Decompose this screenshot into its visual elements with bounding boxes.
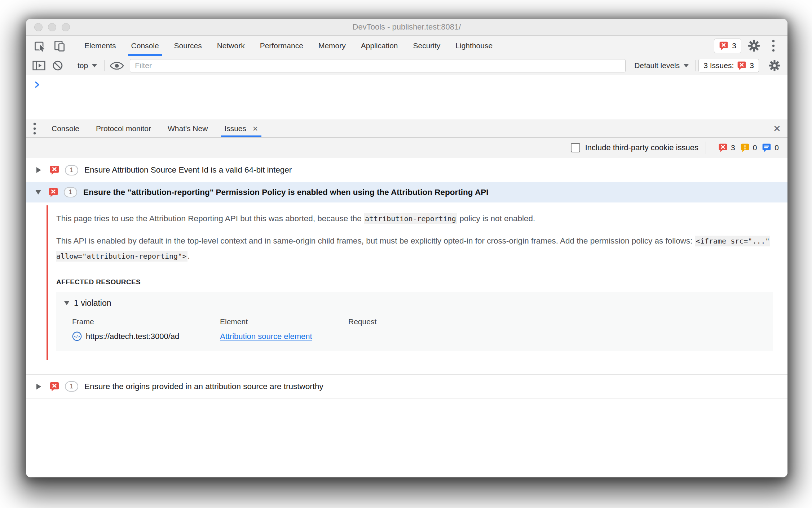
include-third-party-label[interactable]: Include third-party cookie issues: [585, 143, 698, 152]
issues-count-value: 3: [750, 61, 754, 70]
window-title: DevTools - publisher.test:8081/: [26, 22, 787, 32]
context-selector[interactable]: top: [73, 61, 101, 70]
tab-sources[interactable]: Sources: [167, 36, 209, 56]
issues-count-button[interactable]: 3 Issues: 3: [698, 59, 759, 72]
error-icon: [718, 143, 728, 152]
tab-performance[interactable]: Performance: [252, 36, 311, 56]
device-toolbar-icon: [53, 39, 66, 52]
live-expression-button[interactable]: [107, 56, 126, 75]
element-cell: Attribution source element: [220, 332, 348, 341]
warning-icon: [740, 143, 750, 152]
issue-title: Ensure Attribution Source Event Id is a …: [84, 165, 292, 175]
clear-console-button[interactable]: [48, 56, 67, 75]
tab-elements[interactable]: Elements: [77, 36, 124, 56]
error-icon: [719, 41, 728, 50]
violations-label: 1 violation: [74, 298, 111, 308]
violation-row: </> https://adtech.test:3000/ad Attribut…: [64, 331, 766, 341]
error-count-button[interactable]: 3: [714, 39, 741, 53]
inspect-icon: [34, 39, 47, 52]
warning-count-value: 0: [753, 143, 757, 152]
drawer-menu-button[interactable]: [26, 120, 43, 137]
collapse-arrow-icon: [64, 301, 69, 305]
main-menu-button[interactable]: [764, 36, 783, 56]
issue-title: Ensure the "attribution-reporting" Permi…: [83, 188, 489, 197]
affected-resources-heading: AFFECTED RESOURCES: [56, 278, 773, 286]
device-toolbar-button[interactable]: [50, 36, 69, 56]
issues-toolbar: Include third-party cookie issues 3 0: [26, 138, 787, 158]
issue-row[interactable]: 1 Ensure the origins provided in an attr…: [26, 375, 787, 398]
issues-error-count: 3: [718, 143, 735, 152]
issue-count-badge: 1: [65, 165, 78, 175]
issue-count-badge: 1: [65, 381, 78, 392]
tab-application[interactable]: Application: [353, 36, 406, 56]
issue-count-badge: 1: [64, 187, 77, 197]
console-prompt-icon: [35, 81, 40, 88]
affected-resources-box: 1 violation Frame Element Request </>: [56, 292, 773, 351]
error-count-value: 3: [731, 143, 735, 152]
column-header-frame: Frame: [72, 317, 220, 326]
svg-text:</>: </>: [74, 334, 80, 338]
settings-button[interactable]: [744, 36, 764, 56]
close-issues-tab-icon[interactable]: ✕: [252, 125, 258, 133]
description-text: This page tries to use the Attribution R…: [56, 214, 364, 223]
chevron-down-icon: [92, 64, 97, 67]
tab-memory[interactable]: Memory: [311, 36, 353, 56]
tab-security[interactable]: Security: [405, 36, 448, 56]
console-toolbar: top Default levels 3 Issues: 3: [26, 56, 787, 75]
close-icon: ✕: [773, 123, 781, 134]
element-link[interactable]: Attribution source element: [220, 332, 312, 341]
main-tabbar: Elements Console Sources Network Perform…: [26, 36, 787, 56]
expand-arrow-icon: [36, 384, 41, 389]
error-icon: [49, 382, 59, 392]
include-third-party-checkbox[interactable]: [571, 143, 580, 152]
expand-arrow-icon: [36, 167, 41, 173]
divider: [706, 142, 706, 154]
tabbar-spacer: [500, 36, 714, 56]
issue-row[interactable]: 1 Ensure the "attribution-reporting" Per…: [26, 182, 787, 202]
tab-lighthouse[interactable]: Lighthouse: [448, 36, 500, 56]
console-messages[interactable]: [26, 75, 787, 120]
issue-title: Ensure the origins provided in an attrib…: [84, 382, 323, 391]
frame-icon: </>: [72, 331, 82, 341]
issues-warning-count: 0: [740, 143, 757, 152]
dots-vertical-icon: [772, 40, 775, 52]
divider: [762, 60, 762, 71]
tab-console[interactable]: Console: [124, 36, 167, 56]
violations-toggle[interactable]: 1 violation: [64, 298, 766, 308]
console-settings-button[interactable]: [765, 56, 784, 75]
violations-table-header: Frame Element Request: [64, 317, 766, 326]
error-icon: [48, 187, 58, 197]
divider: [104, 60, 105, 71]
tab-network[interactable]: Network: [209, 36, 252, 56]
error-count: 3: [732, 41, 736, 50]
log-levels-dropdown[interactable]: Default levels: [631, 61, 692, 70]
issue-row[interactable]: 1 Ensure Attribution Source Event Id is …: [26, 158, 787, 182]
issues-count-label: 3 Issues:: [703, 61, 734, 70]
drawer-tab-issues-label: Issues: [224, 124, 246, 133]
issue-detail: This page tries to use the Attribution R…: [26, 202, 787, 375]
titlebar: DevTools - publisher.test:8081/: [26, 19, 787, 36]
error-icon: [737, 61, 746, 70]
drawer-tab-console[interactable]: Console: [43, 120, 88, 137]
chevron-down-icon: [684, 64, 689, 67]
inspect-element-button[interactable]: [30, 36, 50, 56]
error-icon: [49, 165, 59, 175]
close-drawer-button[interactable]: ✕: [767, 120, 787, 137]
divider: [70, 60, 70, 71]
description-text: This API is enabled by default in the to…: [56, 236, 695, 245]
drawer-tab-issues[interactable]: Issues ✕: [216, 120, 266, 137]
show-console-sidebar-icon: [32, 59, 46, 72]
drawer-tabbar: Console Protocol monitor What's New Issu…: [26, 120, 787, 138]
drawer-tab-protocol-monitor[interactable]: Protocol monitor: [88, 120, 159, 137]
drawer-tab-whats-new[interactable]: What's New: [159, 120, 216, 137]
drawer: Console Protocol monitor What's New Issu…: [26, 120, 787, 477]
gear-icon: [747, 39, 760, 52]
description-text: .: [187, 251, 190, 260]
issue-description: This page tries to use the Attribution R…: [56, 211, 773, 226]
column-header-element: Element: [220, 317, 348, 326]
filter-input[interactable]: [130, 59, 626, 72]
issue-description: This API is enabled by default in the to…: [56, 233, 773, 264]
clear-console-icon: [52, 59, 64, 72]
show-console-sidebar-button[interactable]: [30, 56, 48, 75]
column-header-request: Request: [348, 317, 766, 326]
